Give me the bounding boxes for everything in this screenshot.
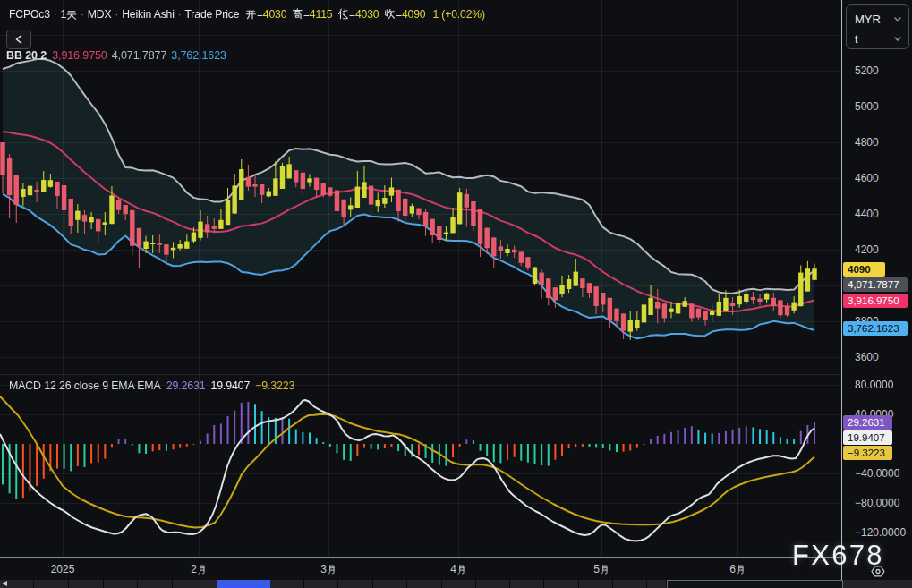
bb-legend-values: 3,916.97504,071.78773,762.1623 — [52, 49, 231, 62]
ohlc-label: = — [337, 8, 354, 21]
chevron-down-icon — [894, 37, 901, 41]
axis-label: 4200 — [855, 243, 879, 256]
currency-value: MYR — [855, 13, 881, 26]
unit-select[interactable]: t — [855, 32, 901, 46]
macd-value: 29.2631 — [166, 379, 206, 392]
ohlc-label: = — [292, 8, 309, 21]
bb-legend-title: BB 20 2 — [6, 49, 47, 62]
ohlc-label: = — [384, 8, 401, 21]
symbol-title[interactable]: FCPOc3·1·MDX·Heikin Ashi·Trade Price — [9, 8, 239, 21]
time-axis[interactable]: 202523456 — [0, 557, 841, 581]
scroll-left-arrow-icon[interactable] — [2, 581, 7, 586]
macd-indicator-legend[interactable]: MACD 12 26 close 9 EMA EMA 29.263119.940… — [9, 379, 294, 392]
chart-canvas[interactable] — [0, 0, 841, 557]
bb-value: 4,071.7877 — [112, 49, 167, 62]
axis-label: −40.0000 — [855, 467, 899, 480]
ohlc-field: =4030 — [245, 8, 286, 21]
trading-chart-app: {"header" : {"symbol" : "FCPOc3","interv… — [0, 0, 912, 588]
scrollbar-segment[interactable] — [510, 580, 544, 588]
separator-dot: · — [81, 9, 84, 20]
scrollbar-segment[interactable] — [304, 580, 338, 588]
cjk-glyph — [292, 8, 303, 20]
cjk-glyph — [197, 565, 207, 575]
macd-value: 19.9407 — [210, 379, 250, 392]
scrollbar-segment[interactable] — [104, 580, 138, 588]
cjk-glyph — [384, 8, 396, 20]
bb-value: 3,762.1623 — [171, 49, 226, 62]
ohlc-field: =4090 — [384, 8, 425, 21]
unit-value: t — [855, 32, 858, 46]
axis-label: 4800 — [855, 136, 879, 149]
scrollbar-segment[interactable] — [34, 580, 69, 588]
scrollbar-panel[interactable] — [667, 580, 843, 588]
scrollbar-segment[interactable] — [138, 580, 173, 588]
separator-dot: · — [54, 9, 57, 20]
scrollbar-thumb[interactable] — [217, 580, 270, 588]
price-badge: −9.3223 — [843, 446, 892, 460]
time-label: 2025 — [51, 563, 75, 575]
macd-legend-values: 29.263119.9407−9.3223 — [161, 379, 295, 392]
time-label: 6 — [729, 563, 746, 575]
cjk-glyph — [337, 8, 349, 20]
time-label: 2 — [191, 563, 207, 575]
axis-label: 80.0000 — [855, 379, 893, 391]
ohlc-field: =4030 — [337, 8, 379, 21]
scrollbar-segment[interactable] — [841, 580, 912, 588]
scrollbar-segment[interactable] — [442, 580, 476, 588]
axis-label: 3600 — [855, 351, 879, 363]
settings-gear-icon[interactable] — [871, 565, 885, 581]
axis-label: 5200 — [855, 64, 879, 77]
ohlc-label: = — [245, 8, 262, 21]
symbol-part: MDX — [88, 8, 112, 21]
macd-legend-title: MACD 12 26 close 9 EMA EMA — [9, 379, 161, 392]
price-badge: 4090 — [843, 262, 885, 277]
separator-dot: · — [115, 9, 118, 20]
price-badge: 29.2631 — [843, 415, 892, 430]
scrollbar-segment[interactable] — [338, 580, 373, 588]
price-badge: 19.9407 — [843, 430, 892, 445]
price-badge: 3,916.9750 — [843, 294, 908, 308]
ohlc-field: =4115 — [292, 8, 332, 21]
scrollbar-segment[interactable] — [270, 580, 304, 588]
scrollbar-segment[interactable] — [579, 580, 613, 588]
change-value: 1 (+0.02%) — [432, 8, 484, 21]
scrollbar-segment[interactable] — [407, 580, 442, 588]
time-label: 3 — [320, 563, 337, 575]
gear-hexagon-icon — [871, 566, 885, 577]
currency-unit-selector: MYR t — [846, 4, 909, 49]
scrollbar-segment[interactable] — [173, 580, 217, 588]
scrollbar-segment[interactable] — [647, 580, 667, 588]
back-button[interactable] — [6, 30, 31, 49]
bb-value: 3,916.9750 — [52, 49, 107, 62]
cjk-glyph — [327, 565, 337, 575]
axis-label: 5000 — [855, 100, 879, 113]
macd-value: −9.3223 — [255, 379, 294, 392]
back-chevron-icon — [15, 35, 22, 44]
bottom-scrollbar[interactable] — [0, 580, 912, 588]
axis-label: −120.0000 — [855, 526, 906, 539]
ohlc-value: 4090 — [402, 8, 426, 21]
price-axis[interactable]: 52005000480046004400420040003800360080.0… — [841, 0, 912, 580]
price-badge: 4,071.7877 — [843, 277, 908, 292]
scrollbar-segment[interactable] — [476, 580, 510, 588]
scrollbar-segment[interactable] — [373, 580, 407, 588]
symbol-ohlc-bar: FCPOc3·1·MDX·Heikin Ashi·Trade Price =40… — [9, 8, 485, 21]
scrollbar-segment[interactable] — [544, 580, 579, 588]
ohlc-value: 4030 — [355, 8, 379, 21]
ohlc-value: 4030 — [263, 8, 287, 21]
ohlc-values: =4030=4115=4030=4090 — [245, 8, 430, 21]
time-label: 4 — [450, 563, 466, 575]
bb-indicator-legend[interactable]: BB 20 2 3,916.97504,071.78773,762.1623 — [6, 49, 231, 62]
scrollbar-segment[interactable] — [69, 580, 104, 588]
axis-label: −80.0000 — [855, 497, 899, 509]
cjk-glyph — [245, 8, 257, 20]
currency-select[interactable]: MYR — [855, 13, 901, 26]
symbol-part: 1 — [61, 8, 78, 21]
cjk-glyph — [600, 565, 609, 575]
price-badge: 3,762.1623 — [843, 321, 908, 336]
symbol-part: FCPOc3 — [9, 8, 50, 21]
axis-label: 4400 — [855, 208, 879, 220]
chevron-down-icon — [894, 17, 901, 21]
scrollbar-segment[interactable] — [613, 580, 647, 588]
ohlc-value: 4115 — [310, 8, 333, 21]
